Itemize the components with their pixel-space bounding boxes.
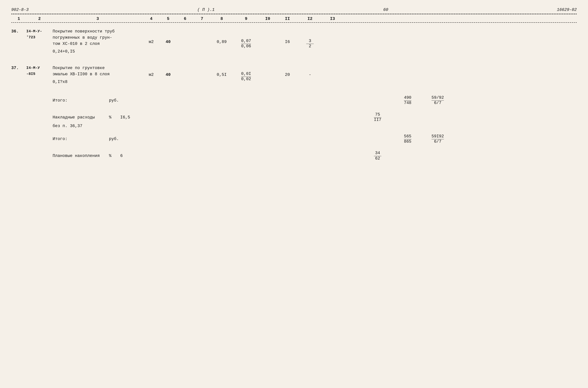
entry-37-desc: Покрытие по грунтовке эмалью ХВ-II00 в 8… xyxy=(52,65,143,85)
col-num-6: 6 xyxy=(177,17,194,21)
header-line: 902-8-3 ( П ).1 60 16629-02 xyxy=(11,7,577,12)
entry-37-qty: 40 xyxy=(160,65,177,77)
header-far-right: 16629-02 xyxy=(557,7,577,12)
entry-36-unit: м2 xyxy=(143,28,160,44)
col-num-10: I0 xyxy=(259,17,276,21)
header-right-center: 60 xyxy=(383,7,388,12)
entry-36-val4: 3 2 xyxy=(299,28,321,49)
summary-planovye-unit: % xyxy=(109,154,120,158)
entry-37-unit: м2 xyxy=(143,65,160,77)
entry-37-val4: - xyxy=(299,65,321,77)
summary-itogo-1: Итого: руб. 490 748 59/92 6/7 xyxy=(52,95,577,106)
entry-37-code: I4-М-У -8I5 xyxy=(26,65,52,77)
column-numbers-row: 1 2 3 4 5 6 7 8 9 I0 II I2 I3 xyxy=(11,15,577,23)
summary-nakladnye: Накладные расходы % I6,5 75 II7 без п. 3… xyxy=(52,112,577,128)
entry-37-val3: 20 xyxy=(276,65,299,77)
entry-37-val2: 0,0I 0,02 xyxy=(233,65,259,82)
col-num-12: I2 xyxy=(299,17,321,21)
col-num-11: II xyxy=(276,17,299,21)
summary-itogo-1-unit: руб. xyxy=(109,98,124,103)
col-num-5: 5 xyxy=(160,17,177,21)
top-separator xyxy=(11,14,577,14)
entry-37-num: 37. xyxy=(11,65,26,70)
summary-planovye-pct: 6 xyxy=(120,154,139,158)
entry-36-code: I4-М-У- '723 xyxy=(26,28,52,40)
entry-36-qty: 40 xyxy=(160,28,177,44)
summary-itogo-1-col13: 59/92 6/7 xyxy=(421,95,455,106)
col-num-4: 4 xyxy=(143,17,160,21)
summary-nakladnye-label: Накладные расходы xyxy=(52,115,109,120)
col-num-3: 3 xyxy=(52,17,143,21)
entry-36-val1: 0,89 xyxy=(210,28,233,44)
entry-36-val2: 0,07 0,06 xyxy=(233,28,259,49)
col-num-7: 7 xyxy=(194,17,210,21)
summary-itogo-1-label: Итого: xyxy=(52,98,109,103)
entry-37-val1: 0,5I xyxy=(210,65,233,77)
summary-planovye-label: Плановые накопления xyxy=(52,154,109,158)
col-num-8: 8 xyxy=(210,17,233,21)
summary-itogo-2-col13: 59I92 6/7 xyxy=(421,134,455,144)
summary-planovye-val: 34 62 xyxy=(364,151,391,161)
summary-itogo-2: Итого: руб. 565 865 59I92 6/7 xyxy=(52,134,577,144)
entry-37: 37. I4-М-У -8I5 Покрытие по грунтовке эм… xyxy=(11,65,577,85)
col-num-2: 2 xyxy=(26,17,52,21)
summary-itogo-2-label: Итого: xyxy=(52,137,109,141)
summary-itogo-2-unit: руб. xyxy=(109,137,124,141)
header-left: 902-8-3 xyxy=(11,7,28,12)
col-num-1: 1 xyxy=(11,17,26,21)
header-center: ( П ).1 xyxy=(197,7,215,12)
summary-nakladnye-val: 75 II7 xyxy=(364,112,391,122)
col-num-9: 9 xyxy=(233,17,259,21)
summary-nakladnye-pct: I6,5 xyxy=(120,115,139,120)
entry-36-num: 36. xyxy=(11,28,26,34)
summary-section: Итого: руб. 490 748 59/92 6/7 Накладные … xyxy=(52,95,577,161)
summary-nakladnye-unit: % xyxy=(109,115,120,120)
summary-itogo-2-col12: 565 865 xyxy=(394,134,421,144)
entry-36: 36. I4-М-У- '723 Покрытие поверхности тр… xyxy=(11,28,577,55)
summary-itogo-1-col12: 490 748 xyxy=(394,95,421,106)
summary-planovye: Плановые накопления % 6 34 62 xyxy=(52,151,577,161)
col-num-13: I3 xyxy=(321,17,344,21)
entry-36-val3: I6 xyxy=(276,28,299,44)
entry-36-desc: Покрытие поверхности труб погруженных в … xyxy=(52,28,143,55)
summary-nakladnye-note: без п. 36,37 xyxy=(52,124,109,128)
